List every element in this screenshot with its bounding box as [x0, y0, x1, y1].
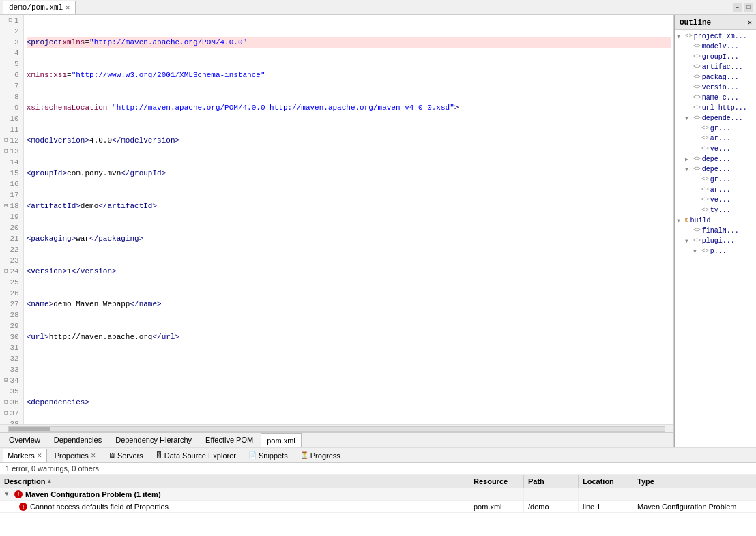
outline-item-plugin[interactable]: ▼ <> p...	[675, 246, 756, 256]
outline-item-name[interactable]: <> name c...	[675, 93, 756, 103]
datasource-label: Data Source Explorer	[164, 451, 236, 460]
minimize-button[interactable]: −	[733, 3, 742, 12]
line-num-9: 9	[4, 102, 19, 113]
markers-label: Markers	[8, 451, 35, 460]
outline-item-dep3-ar[interactable]: <> ar...	[675, 185, 756, 195]
line-num-14: 14	[4, 157, 19, 168]
outline-item-url[interactable]: <> url http...	[675, 103, 756, 113]
outline-item-plugins[interactable]: ▼ <> plugi...	[675, 236, 756, 246]
line-num-21: 21	[4, 233, 19, 244]
line-num-22: 22	[4, 244, 19, 255]
col-header-path[interactable]: Path	[524, 475, 579, 488]
outline-item-dep3-gr[interactable]: <> gr...	[675, 175, 756, 185]
outline-content[interactable]: ▼ <> project xm... <> modelV... <> group…	[675, 30, 756, 447]
line-num-27: 27	[4, 299, 19, 310]
code-line-5: <groupId>com.pony.mvn</groupId>	[27, 168, 671, 179]
horizontal-scrollbar[interactable]	[0, 424, 673, 432]
outline-item-dep2[interactable]: ▶ <> depe...	[675, 154, 756, 164]
outline-item-dependencies[interactable]: ▼ <> depende...	[675, 113, 756, 123]
group-path-cell	[524, 488, 579, 500]
code-editor: ⊟1 2 3 4 5 6 7 8 9 10 11 ⊟12 ⊟13 14 15 1…	[0, 15, 674, 447]
line-num-4: 4	[4, 48, 19, 59]
fold-icon-13[interactable]: ⊟	[4, 146, 8, 157]
fold-icon-34[interactable]: ⊟	[4, 375, 8, 386]
fold-icon-12[interactable]: ⊟	[4, 135, 8, 146]
outline-item-version[interactable]: <> versio...	[675, 83, 756, 93]
outline-item-project[interactable]: ▼ <> project xm...	[675, 31, 756, 42]
outline-item-dep3-ve[interactable]: <> ve...	[675, 195, 756, 205]
outline-item-dep1-ve[interactable]: <> ve...	[675, 144, 756, 154]
line-num-29: 29	[4, 321, 19, 331]
line-num-32: 32	[4, 353, 19, 364]
code-content[interactable]: ⊟1 2 3 4 5 6 7 8 9 10 11 ⊟12 ⊟13 14 15 1…	[0, 15, 673, 424]
col-header-description[interactable]: Description ▲	[0, 475, 469, 488]
group-expand-icon[interactable]: ▼	[4, 491, 10, 497]
outline-item-dep3[interactable]: ▼ <> depe...	[675, 164, 756, 175]
tab-snippets[interactable]: 📄 Snippets	[244, 449, 293, 462]
tab-pom-xml[interactable]: pom.xml	[261, 433, 302, 447]
outline-item-modelVersion[interactable]: <> modelV...	[675, 42, 756, 52]
tab-properties[interactable]: Properties ✕	[50, 449, 101, 462]
table-row-group[interactable]: ▼ ! Maven Configuration Problem (1 item)	[0, 488, 756, 501]
tab-progress[interactable]: ⏳ Progress	[295, 449, 345, 462]
datasource-icon: 🗄	[156, 451, 162, 459]
line-num-16: 16	[4, 179, 19, 190]
scroll-thumb[interactable]	[9, 427, 50, 431]
tab-markers[interactable]: Markers ✕	[3, 449, 47, 462]
expand-icon-project[interactable]: ▼	[677, 31, 684, 42]
outline-item-build[interactable]: ▼ ⊞ build	[675, 215, 756, 226]
markers-close-icon[interactable]: ✕	[37, 452, 42, 459]
problems-summary: 1 error, 0 warnings, 0 others	[0, 463, 756, 475]
outline-item-dep1-gr[interactable]: <> gr...	[675, 123, 756, 134]
line-num-35: 35	[4, 386, 19, 397]
outline-item-dep1-ar[interactable]: <> ar...	[675, 134, 756, 144]
error-desc-cell: ! Cannot access defaults field of Proper…	[0, 501, 469, 512]
code-line-4: <modelVersion>4.0.0</modelVersion>	[27, 135, 671, 146]
scroll-track[interactable]	[8, 426, 665, 432]
outline-item-packaging[interactable]: <> packag...	[675, 72, 756, 83]
col-header-location[interactable]: Location	[579, 475, 633, 488]
servers-icon: 🖥	[108, 451, 115, 459]
line-num-11: 11	[4, 124, 19, 135]
line-num-26: 26	[4, 288, 19, 299]
tab-overview[interactable]: Overview	[3, 433, 46, 447]
snippets-icon: 📄	[248, 451, 257, 459]
code-line-9: <name>demo Maven Webapp</name>	[27, 299, 671, 310]
line-num-13: ⊟13	[4, 146, 19, 157]
fold-icon-37[interactable]: ⊟	[4, 408, 8, 419]
tab-data-source-explorer[interactable]: 🗄 Data Source Explorer	[151, 449, 241, 462]
restore-button[interactable]: □	[744, 3, 753, 12]
outline-item-artifactId[interactable]: <> artifac...	[675, 62, 756, 72]
group-type-cell	[633, 488, 756, 500]
fold-icon-18[interactable]: ⊟	[4, 200, 8, 211]
fold-icon-36[interactable]: ⊟	[4, 397, 8, 408]
fold-icon-24[interactable]: ⊟	[4, 266, 8, 277]
outline-label-project: project xm...	[694, 31, 747, 42]
code-line-11	[27, 364, 671, 375]
col-header-type[interactable]: Type	[633, 475, 756, 488]
line-num-24: ⊟24	[4, 266, 19, 277]
tab-servers[interactable]: 🖥 Servers	[104, 449, 148, 462]
main-area: ⊟1 2 3 4 5 6 7 8 9 10 11 ⊟12 ⊟13 14 15 1…	[0, 15, 756, 447]
col-header-resource[interactable]: Resource	[469, 475, 524, 488]
tab-dependencies[interactable]: Dependencies	[48, 433, 108, 447]
outline-close-icon[interactable]: ✕	[748, 18, 752, 27]
tab-dependency-hierarchy[interactable]: Dependency Hierarchy	[109, 433, 198, 447]
servers-label: Servers	[117, 451, 143, 460]
line-num-30: 30	[4, 331, 19, 342]
table-header: Description ▲ Resource Path Location Typ…	[0, 475, 756, 488]
table-row-error-1[interactable]: ! Cannot access defaults field of Proper…	[0, 501, 756, 513]
error-path-cell: /demo	[524, 501, 579, 512]
outline-item-groupId[interactable]: <> groupI...	[675, 52, 756, 62]
outline-item-dep3-ty[interactable]: <> ty...	[675, 205, 756, 215]
line-num-23: 23	[4, 255, 19, 266]
outline-item-finalname[interactable]: <> finalN...	[675, 226, 756, 236]
tab-close-icon[interactable]: ✕	[66, 3, 70, 12]
tab-effective-pom[interactable]: Effective POM	[199, 433, 259, 447]
code-line-1: <project xmlns="http://maven.apache.org/…	[27, 37, 671, 48]
properties-close-icon[interactable]: ✕	[91, 452, 96, 459]
editor-tab-pom[interactable]: demo/pom.xml ✕	[3, 1, 76, 14]
outline-header: Outline ✕	[675, 15, 756, 30]
line-num-7: 7	[4, 80, 19, 91]
fold-icon-1[interactable]: ⊟	[9, 15, 12, 26]
